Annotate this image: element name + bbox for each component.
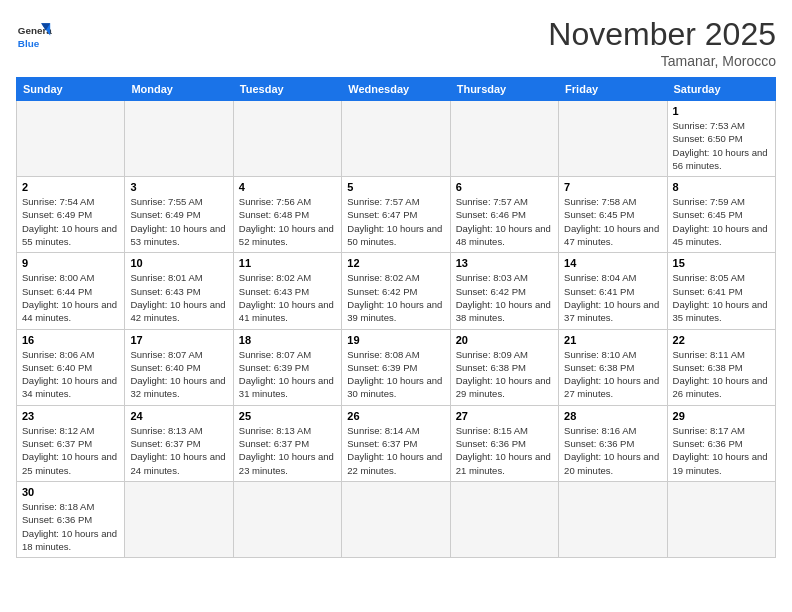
day-info: Sunrise: 8:17 AMSunset: 6:36 PMDaylight:…: [673, 424, 770, 477]
day-number: 24: [130, 410, 227, 422]
day-number: 27: [456, 410, 553, 422]
calendar-week-row: 9Sunrise: 8:00 AMSunset: 6:44 PMDaylight…: [17, 253, 776, 329]
day-info: Sunrise: 7:55 AMSunset: 6:49 PMDaylight:…: [130, 195, 227, 248]
day-info: Sunrise: 8:18 AMSunset: 6:36 PMDaylight:…: [22, 500, 119, 553]
day-number: 26: [347, 410, 444, 422]
day-number: 5: [347, 181, 444, 193]
calendar-cell: [342, 101, 450, 177]
calendar-cell: 17Sunrise: 8:07 AMSunset: 6:40 PMDayligh…: [125, 329, 233, 405]
day-number: 6: [456, 181, 553, 193]
calendar-cell: [450, 481, 558, 557]
calendar-cell: 7Sunrise: 7:58 AMSunset: 6:45 PMDaylight…: [559, 177, 667, 253]
day-number: 8: [673, 181, 770, 193]
calendar-cell: 14Sunrise: 8:04 AMSunset: 6:41 PMDayligh…: [559, 253, 667, 329]
calendar-cell: 15Sunrise: 8:05 AMSunset: 6:41 PMDayligh…: [667, 253, 775, 329]
day-info: Sunrise: 8:07 AMSunset: 6:39 PMDaylight:…: [239, 348, 336, 401]
day-info: Sunrise: 8:14 AMSunset: 6:37 PMDaylight:…: [347, 424, 444, 477]
weekday-header-tuesday: Tuesday: [233, 78, 341, 101]
calendar-cell: 18Sunrise: 8:07 AMSunset: 6:39 PMDayligh…: [233, 329, 341, 405]
day-info: Sunrise: 7:57 AMSunset: 6:46 PMDaylight:…: [456, 195, 553, 248]
calendar-cell: 16Sunrise: 8:06 AMSunset: 6:40 PMDayligh…: [17, 329, 125, 405]
calendar-week-row: 16Sunrise: 8:06 AMSunset: 6:40 PMDayligh…: [17, 329, 776, 405]
calendar-cell: 26Sunrise: 8:14 AMSunset: 6:37 PMDayligh…: [342, 405, 450, 481]
calendar-cell: 30Sunrise: 8:18 AMSunset: 6:36 PMDayligh…: [17, 481, 125, 557]
calendar-cell: 6Sunrise: 7:57 AMSunset: 6:46 PMDaylight…: [450, 177, 558, 253]
day-info: Sunrise: 8:15 AMSunset: 6:36 PMDaylight:…: [456, 424, 553, 477]
calendar-table: SundayMondayTuesdayWednesdayThursdayFrid…: [16, 77, 776, 558]
svg-text:Blue: Blue: [18, 38, 40, 49]
day-info: Sunrise: 8:12 AMSunset: 6:37 PMDaylight:…: [22, 424, 119, 477]
day-info: Sunrise: 8:00 AMSunset: 6:44 PMDaylight:…: [22, 271, 119, 324]
day-number: 18: [239, 334, 336, 346]
day-info: Sunrise: 8:02 AMSunset: 6:43 PMDaylight:…: [239, 271, 336, 324]
calendar-cell: 5Sunrise: 7:57 AMSunset: 6:47 PMDaylight…: [342, 177, 450, 253]
logo: General Blue: [16, 16, 52, 52]
day-info: Sunrise: 8:02 AMSunset: 6:42 PMDaylight:…: [347, 271, 444, 324]
weekday-header-row: SundayMondayTuesdayWednesdayThursdayFrid…: [17, 78, 776, 101]
day-number: 7: [564, 181, 661, 193]
calendar-cell: [233, 481, 341, 557]
calendar-cell: 22Sunrise: 8:11 AMSunset: 6:38 PMDayligh…: [667, 329, 775, 405]
calendar-cell: 20Sunrise: 8:09 AMSunset: 6:38 PMDayligh…: [450, 329, 558, 405]
calendar-cell: [342, 481, 450, 557]
calendar-cell: 25Sunrise: 8:13 AMSunset: 6:37 PMDayligh…: [233, 405, 341, 481]
calendar-cell: 12Sunrise: 8:02 AMSunset: 6:42 PMDayligh…: [342, 253, 450, 329]
day-info: Sunrise: 8:13 AMSunset: 6:37 PMDaylight:…: [239, 424, 336, 477]
calendar-cell: 8Sunrise: 7:59 AMSunset: 6:45 PMDaylight…: [667, 177, 775, 253]
calendar-cell: [125, 481, 233, 557]
day-number: 19: [347, 334, 444, 346]
day-info: Sunrise: 7:59 AMSunset: 6:45 PMDaylight:…: [673, 195, 770, 248]
day-info: Sunrise: 7:58 AMSunset: 6:45 PMDaylight:…: [564, 195, 661, 248]
day-number: 28: [564, 410, 661, 422]
calendar-cell: [233, 101, 341, 177]
calendar-cell: [17, 101, 125, 177]
day-number: 14: [564, 257, 661, 269]
weekday-header-wednesday: Wednesday: [342, 78, 450, 101]
day-info: Sunrise: 8:01 AMSunset: 6:43 PMDaylight:…: [130, 271, 227, 324]
day-number: 10: [130, 257, 227, 269]
day-info: Sunrise: 8:16 AMSunset: 6:36 PMDaylight:…: [564, 424, 661, 477]
day-info: Sunrise: 8:06 AMSunset: 6:40 PMDaylight:…: [22, 348, 119, 401]
calendar-cell: 4Sunrise: 7:56 AMSunset: 6:48 PMDaylight…: [233, 177, 341, 253]
page-header: General Blue November 2025 Tamanar, Moro…: [16, 16, 776, 69]
calendar-week-row: 23Sunrise: 8:12 AMSunset: 6:37 PMDayligh…: [17, 405, 776, 481]
day-info: Sunrise: 8:13 AMSunset: 6:37 PMDaylight:…: [130, 424, 227, 477]
calendar-cell: 21Sunrise: 8:10 AMSunset: 6:38 PMDayligh…: [559, 329, 667, 405]
day-number: 21: [564, 334, 661, 346]
calendar-cell: [450, 101, 558, 177]
calendar-week-row: 1Sunrise: 7:53 AMSunset: 6:50 PMDaylight…: [17, 101, 776, 177]
day-info: Sunrise: 8:03 AMSunset: 6:42 PMDaylight:…: [456, 271, 553, 324]
day-number: 30: [22, 486, 119, 498]
day-number: 11: [239, 257, 336, 269]
day-info: Sunrise: 8:05 AMSunset: 6:41 PMDaylight:…: [673, 271, 770, 324]
day-info: Sunrise: 8:07 AMSunset: 6:40 PMDaylight:…: [130, 348, 227, 401]
calendar-cell: [559, 481, 667, 557]
day-number: 20: [456, 334, 553, 346]
day-number: 12: [347, 257, 444, 269]
calendar-cell: [125, 101, 233, 177]
day-number: 1: [673, 105, 770, 117]
calendar-cell: 13Sunrise: 8:03 AMSunset: 6:42 PMDayligh…: [450, 253, 558, 329]
day-number: 9: [22, 257, 119, 269]
day-number: 16: [22, 334, 119, 346]
calendar-cell: 11Sunrise: 8:02 AMSunset: 6:43 PMDayligh…: [233, 253, 341, 329]
month-title: November 2025: [548, 16, 776, 53]
day-number: 23: [22, 410, 119, 422]
day-number: 25: [239, 410, 336, 422]
day-info: Sunrise: 8:04 AMSunset: 6:41 PMDaylight:…: [564, 271, 661, 324]
calendar-cell: 29Sunrise: 8:17 AMSunset: 6:36 PMDayligh…: [667, 405, 775, 481]
day-info: Sunrise: 7:57 AMSunset: 6:47 PMDaylight:…: [347, 195, 444, 248]
weekday-header-saturday: Saturday: [667, 78, 775, 101]
calendar-week-row: 30Sunrise: 8:18 AMSunset: 6:36 PMDayligh…: [17, 481, 776, 557]
title-block: November 2025 Tamanar, Morocco: [548, 16, 776, 69]
calendar-cell: 10Sunrise: 8:01 AMSunset: 6:43 PMDayligh…: [125, 253, 233, 329]
day-info: Sunrise: 7:53 AMSunset: 6:50 PMDaylight:…: [673, 119, 770, 172]
day-info: Sunrise: 8:09 AMSunset: 6:38 PMDaylight:…: [456, 348, 553, 401]
day-info: Sunrise: 8:11 AMSunset: 6:38 PMDaylight:…: [673, 348, 770, 401]
calendar-cell: 2Sunrise: 7:54 AMSunset: 6:49 PMDaylight…: [17, 177, 125, 253]
calendar-cell: 19Sunrise: 8:08 AMSunset: 6:39 PMDayligh…: [342, 329, 450, 405]
calendar-cell: 28Sunrise: 8:16 AMSunset: 6:36 PMDayligh…: [559, 405, 667, 481]
calendar-cell: [667, 481, 775, 557]
logo-icon: General Blue: [16, 16, 52, 52]
day-number: 2: [22, 181, 119, 193]
